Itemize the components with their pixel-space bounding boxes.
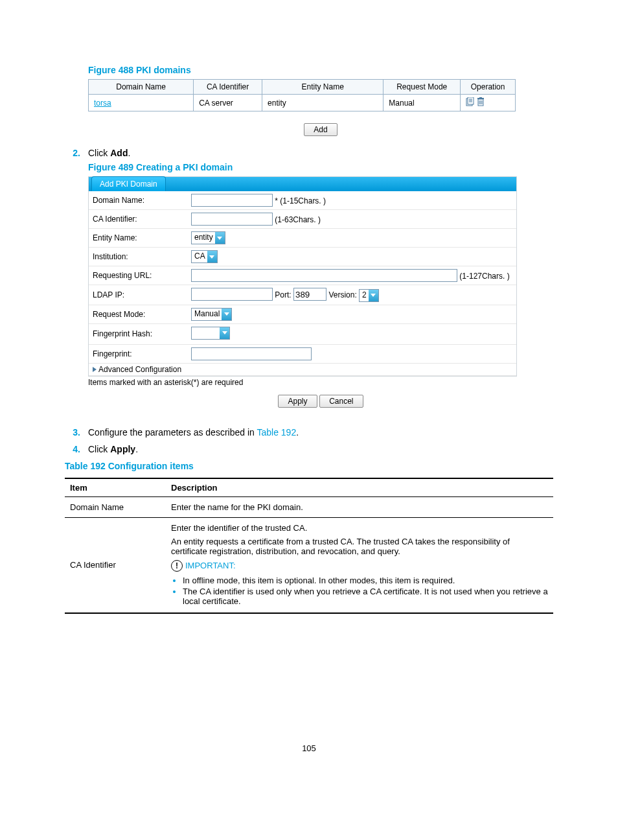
requesting-url-input[interactable] [191,269,457,282]
domain-name-input[interactable] [191,194,273,207]
chevron-down-icon [207,251,217,262]
col-item: Item [65,478,166,497]
col-description: Description [166,478,553,497]
col-request-mode: Request Mode [383,80,461,95]
important-icon: ! [171,560,183,572]
ca-identifier-input[interactable] [191,213,273,226]
table-header-row: Domain Name CA Identifier Entity Name Re… [89,80,516,95]
hint-domain-name: * (1-15Chars. ) [275,196,326,205]
step-number: 2. [65,148,88,158]
add-button[interactable]: Add [304,123,337,136]
fingerprint-hash-select[interactable] [191,327,230,340]
entity-name-select[interactable]: entity [191,231,225,244]
tab-bar: Add PKI Domain [89,177,516,191]
table-192-caption: Table 192 Configuration items [65,461,553,471]
svg-rect-10 [479,97,482,98]
list-item: The CA identifier is used only when you … [183,587,548,606]
link-table-192[interactable]: Table 192 [257,427,296,438]
institution-select[interactable]: CA [191,250,218,263]
required-items-note: Items marked with an asterisk(*) are req… [88,377,553,391]
chevron-down-icon [222,309,231,320]
table-row: torsa CA server entity Manual [89,95,516,111]
step-text: Click Add. [88,148,130,158]
configuration-items-table: Item Description Domain Name Enter the n… [65,478,553,614]
col-domain-name: Domain Name [89,80,194,95]
trash-icon[interactable] [477,97,485,108]
cell-ca-identifier: CA server [194,95,262,111]
tab-add-pki-domain[interactable]: Add PKI Domain [91,176,166,191]
label-request-mode: Request Mode: [89,305,187,323]
version-select[interactable]: 2 [359,289,379,302]
col-ca-identifier: CA Identifier [194,80,262,95]
step-2: 2. Click Add. [65,148,553,158]
cell-entity-name: entity [262,95,383,111]
advanced-configuration-toggle[interactable]: Advanced Configuration [89,363,516,375]
label-ca-identifier: CA Identifier: [89,210,187,229]
label-domain-name: Domain Name: [89,191,187,210]
port-input[interactable] [293,288,326,301]
cancel-button[interactable]: Cancel [319,395,363,408]
step-text: Click Apply. [88,444,138,454]
step-3: 3. Configure the parameters as described… [65,427,553,438]
cell-request-mode: Manual [383,95,461,111]
label-ldap-ip: LDAP IP: [89,285,187,305]
label-institution: Institution: [89,248,187,266]
add-pki-domain-form: Add PKI Domain Domain Name: * (1-15Chars… [88,176,517,377]
ldap-ip-input[interactable] [191,288,273,301]
document-page: Figure 488 PKI domains Domain Name CA Id… [0,0,618,779]
col-operation: Operation [461,80,516,95]
label-fingerprint-hash: Fingerprint Hash: [89,323,187,344]
label-requesting-url: Requesting URL: [89,266,187,285]
label-port: Port: [275,290,291,299]
cell-desc-ca-identifier: Enter the identifier of the trusted CA. … [166,517,553,613]
step-4: 4. Click Apply. [65,444,553,454]
cell-desc-domain-name: Enter the name for the PKI domain. [166,496,553,517]
page-number: 105 [65,743,553,753]
svg-rect-9 [477,98,484,99]
cell-item-ca-identifier: CA Identifier [65,517,166,613]
label-version: Version: [328,290,356,299]
step-number: 4. [65,444,88,454]
label-fingerprint: Fingerprint: [89,344,187,363]
figure-488-caption: Figure 488 PKI domains [88,65,553,75]
pki-domains-table: Domain Name CA Identifier Entity Name Re… [88,79,516,111]
cell-item-domain-name: Domain Name [65,496,166,517]
cell-operation [461,95,516,111]
hint-ca-identifier: (1-63Chars. ) [275,215,321,224]
apply-button[interactable]: Apply [278,395,317,408]
label-entity-name: Entity Name: [89,229,187,248]
col-entity-name: Entity Name [262,80,383,95]
request-mode-select[interactable]: Manual [191,308,232,321]
hint-requesting-url: (1-127Chars. ) [459,272,509,281]
step-text: Configure the parameters as described in… [88,427,299,438]
domain-link-torsa[interactable]: torsa [94,99,111,108]
chevron-down-icon [215,232,225,244]
important-label: ! IMPORTANT: [171,560,236,572]
chevron-down-icon [369,290,378,301]
chevron-down-icon [220,327,229,339]
figure-489-caption: Figure 489 Creating a PKI domain [88,162,553,172]
step-number: 3. [65,427,88,438]
expand-icon [93,367,97,372]
list-item: In offline mode, this item is optional. … [183,576,548,585]
certificate-icon[interactable] [466,97,475,108]
fingerprint-input[interactable] [191,347,312,360]
